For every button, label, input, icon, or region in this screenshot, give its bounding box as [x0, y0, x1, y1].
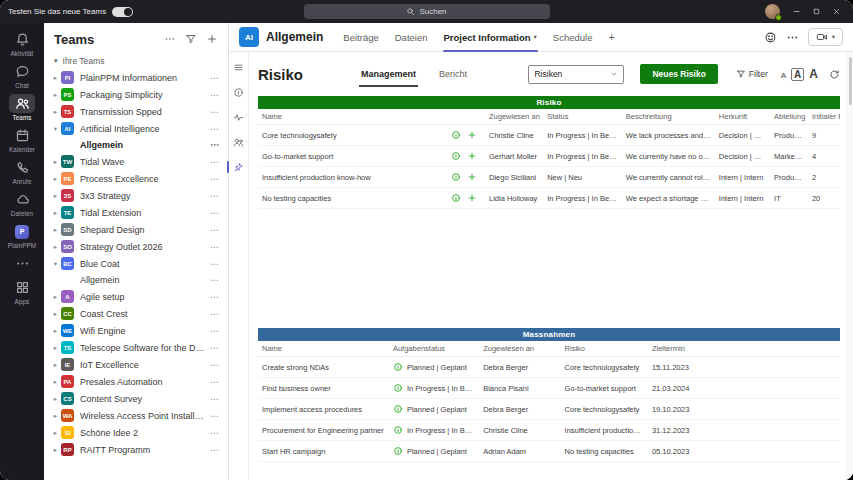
- view-tab-management[interactable]: Management: [359, 52, 418, 96]
- team-more-icon[interactable]: ⋯: [210, 242, 219, 252]
- team-item-3x3-strategy[interactable]: ▸3S3x3 Strategy⋯: [47, 187, 225, 204]
- risk-row[interactable]: Insufficient production know-howDiego Si…: [258, 167, 840, 188]
- view-tab-bericht[interactable]: Bericht: [437, 52, 469, 96]
- search-input[interactable]: Suchen: [304, 4, 550, 19]
- column-header-beschreibung[interactable]: Beschreibung: [622, 112, 715, 121]
- font-size-small-button[interactable]: A: [781, 71, 786, 80]
- meet-button[interactable]: ▾: [808, 28, 843, 46]
- team-more-icon[interactable]: ⋯: [210, 157, 219, 167]
- rail-item-anrufe[interactable]: Anrufe: [0, 156, 44, 188]
- column-header-zugewiesen-an[interactable]: Zugewiesen an: [485, 112, 543, 121]
- team-item-presales-automation[interactable]: ▸PAPresales Automation⋯: [47, 373, 225, 390]
- rail-item-teams[interactable]: Teams: [0, 92, 44, 124]
- team-item-artificial-intelligence[interactable]: ▾AIArtificial Intelligence⋯: [47, 120, 225, 137]
- tab-dateien[interactable]: Dateien: [387, 23, 436, 52]
- rail-item-dateien[interactable]: Dateien: [0, 188, 44, 220]
- scrollbar[interactable]: [846, 52, 853, 480]
- refresh-button[interactable]: [829, 69, 840, 80]
- team-item-shepard-design[interactable]: ▸SDShepard Design⋯: [47, 221, 225, 238]
- team-more-icon[interactable]: ⋯: [210, 174, 219, 184]
- measure-row[interactable]: Start HR campaignPlanned | GeplantAdrian…: [258, 441, 840, 462]
- team-item-content-survey[interactable]: ▸CSContent Survey⋯: [47, 390, 225, 407]
- team-more-icon[interactable]: ⋯: [210, 259, 219, 269]
- measure-row[interactable]: Implement access proceduresPlanned | Gep…: [258, 399, 840, 420]
- team-item-telescope-software-for-the-dominion[interactable]: ▸TSTelescope Software for the Dominion⋯: [47, 339, 225, 356]
- team-item-tidal-wave[interactable]: ▸TWTidal Wave⋯: [47, 153, 225, 170]
- column-header-herkunft[interactable]: Herkunft: [715, 112, 770, 121]
- team-more-icon[interactable]: ⋯: [210, 90, 219, 100]
- column-header-zieltermin[interactable]: Zieltermin: [648, 344, 840, 353]
- your-teams-section[interactable]: ▾ Ihre Teams: [44, 55, 228, 69]
- rail-item-kalender[interactable]: Kalender: [0, 124, 44, 156]
- team-item-process-excellence[interactable]: ▸PEProcess Excellence⋯: [47, 170, 225, 187]
- team-more-icon[interactable]: ⋯: [210, 445, 219, 455]
- team-more-icon[interactable]: ⋯: [210, 326, 219, 336]
- avatar[interactable]: [765, 4, 780, 19]
- tab-schedule[interactable]: Schedule: [545, 23, 601, 52]
- team-item-strategy-outlet-2026[interactable]: ▸SOStrategy Outlet 2026⋯: [47, 238, 225, 255]
- rail-item-more[interactable]: [0, 252, 44, 276]
- team-item-wireless-access-point-installation[interactable]: ▸WAWireless Access Point Installation⋯: [47, 407, 225, 424]
- team-item-sch-ne-idee-2[interactable]: ▸SISchöne Idee 2⋯: [47, 424, 225, 441]
- team-more-icon[interactable]: ⋯: [210, 343, 219, 353]
- tab-project-information[interactable]: Project Information▾: [436, 23, 545, 52]
- filter-teams-button[interactable]: [185, 33, 197, 45]
- team-more-icon[interactable]: ⋯: [210, 377, 219, 387]
- mini-details[interactable]: [231, 85, 247, 99]
- close-button[interactable]: [827, 4, 845, 20]
- team-more-icon[interactable]: ⋯: [210, 107, 219, 117]
- tab-beitr-ge[interactable]: Beiträge: [335, 23, 386, 52]
- font-size-medium-button[interactable]: A: [791, 68, 804, 81]
- team-more-icon[interactable]: ⋯: [210, 208, 219, 218]
- team-more-icon[interactable]: ⋯: [210, 428, 219, 438]
- team-item-transmission-spped[interactable]: ▸TSTransmission Spped⋯: [47, 103, 225, 120]
- risk-row[interactable]: Go-to-market supportGerhart MollerIn Pro…: [258, 146, 840, 167]
- new-risk-button[interactable]: Neues Risiko: [640, 64, 717, 84]
- reactions-button[interactable]: [764, 31, 777, 44]
- column-header-name[interactable]: Name: [258, 344, 389, 353]
- mini-pinned[interactable]: [231, 160, 247, 174]
- team-item-blue-coat[interactable]: ▾BCBlue Coat⋯: [47, 255, 225, 272]
- column-header-name[interactable]: Name: [258, 112, 447, 121]
- measure-row[interactable]: Find business ownerIn Progress | In Bear…: [258, 378, 840, 399]
- team-more-icon[interactable]: ⋯: [210, 73, 219, 83]
- team-item-tidal-extension[interactable]: ▸TETidal Extension⋯: [47, 204, 225, 221]
- team-item-wifi-engine[interactable]: ▸WEWifi Engine⋯: [47, 322, 225, 339]
- team-more-icon[interactable]: ⋯: [210, 360, 219, 370]
- channel-more-icon[interactable]: ⋯: [210, 275, 219, 285]
- column-header-risiko[interactable]: Risiko: [561, 344, 648, 353]
- add-tab-button[interactable]: +: [600, 31, 622, 43]
- team-more-icon[interactable]: ⋯: [210, 225, 219, 235]
- maximize-button[interactable]: [807, 4, 825, 20]
- team-more-icon[interactable]: ⋯: [210, 191, 219, 201]
- team-more-icon[interactable]: ⋯: [210, 292, 219, 302]
- risk-row[interactable]: No testing capacitiesLidia HollowayIn Pr…: [258, 188, 840, 209]
- team-more-icon[interactable]: ⋯: [210, 411, 219, 421]
- rail-item-plainppm[interactable]: PPlainPPM: [0, 220, 44, 252]
- rail-item-aktivit-t[interactable]: Aktivität: [0, 28, 44, 60]
- entity-dropdown[interactable]: Risiken: [528, 65, 624, 84]
- scrollbar-thumb[interactable]: [849, 57, 852, 105]
- channel-more-icon[interactable]: ⋯: [210, 140, 219, 150]
- new-teams-toggle[interactable]: [112, 7, 133, 17]
- team-more-icon[interactable]: ⋯: [210, 394, 219, 404]
- team-item-plainppm-informationen[interactable]: ▸PIPlainPPM Informationen⋯: [47, 69, 225, 86]
- team-item-raitt-programm[interactable]: ▸RPRAITT Programm⋯: [47, 441, 225, 458]
- minimize-button[interactable]: [787, 4, 805, 20]
- channel-item-allgemein[interactable]: Allgemein⋯: [47, 272, 225, 288]
- team-more-icon[interactable]: ⋯: [210, 124, 219, 134]
- column-header-status[interactable]: Status: [543, 112, 622, 121]
- measure-row[interactable]: Procurement for Engineering partnerIn Pr…: [258, 420, 840, 441]
- rail-item-apps[interactable]: Apps: [0, 276, 44, 308]
- team-item-coast-crest[interactable]: ▸CCCoast Crest⋯: [47, 305, 225, 322]
- column-header-aufgabenstatus[interactable]: Aufgabenstatus: [389, 344, 479, 353]
- create-team-button[interactable]: [206, 33, 218, 45]
- team-item-agile-setup[interactable]: ▸AAgile setup⋯: [47, 288, 225, 305]
- column-header-zugewiesen-an[interactable]: Zugewiesen an: [479, 344, 560, 353]
- mini-collapse-menu[interactable]: [231, 60, 247, 74]
- teams-more-button[interactable]: [164, 33, 176, 45]
- font-size-large-button[interactable]: A: [809, 67, 818, 81]
- team-item-packaging-simplicity[interactable]: ▸PSPackaging Simplicity⋯: [47, 86, 225, 103]
- rail-item-chat[interactable]: Chat: [0, 60, 44, 92]
- mini-members[interactable]: [231, 135, 247, 149]
